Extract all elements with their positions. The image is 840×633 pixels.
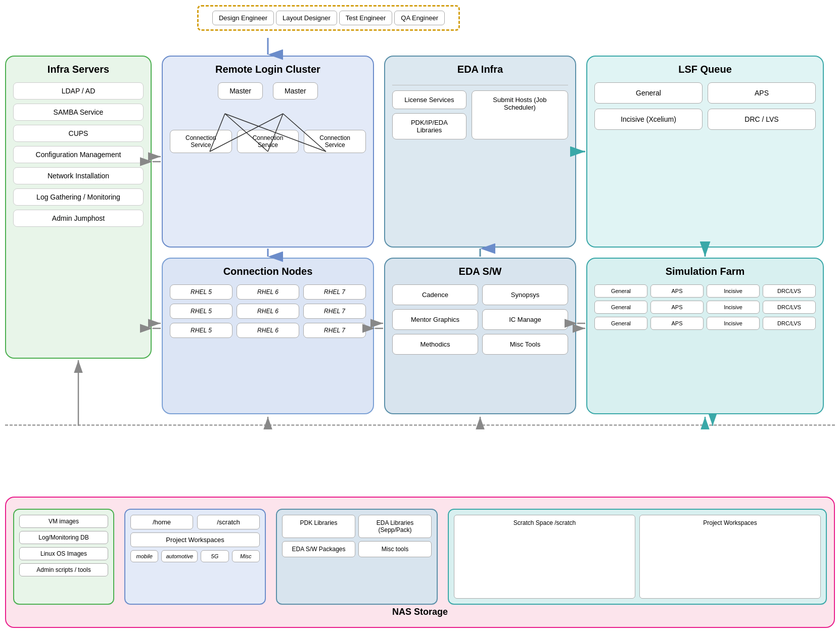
- nas-linux-os: Linux OS Images: [19, 547, 108, 560]
- lsf-queue-title: LSF Queue: [594, 64, 816, 75]
- conn-nodes-title: Connection Nodes: [170, 266, 366, 277]
- eda-sw-misc: Misc Tools: [482, 334, 568, 355]
- nas-project-workspaces: Project Workspaces: [130, 532, 260, 547]
- sim-r2-aps: APS: [650, 317, 704, 330]
- infra-item-config: Configuration Management: [13, 146, 144, 163]
- eda-infra-divider: [392, 82, 568, 85]
- nas-content: VM images Log/Monitoring DB Linux OS Ima…: [13, 509, 827, 605]
- nas-remote-box: /home /scratch Project Workspaces mobile…: [124, 509, 266, 605]
- sim-h-general: General: [594, 284, 647, 298]
- eda-sw-mentor: Mentor Graphics: [392, 309, 478, 330]
- sim-r1-drc: DRC/LVS: [763, 301, 816, 314]
- sim-farm-section: Simulation Farm General APS Incisive DRC…: [586, 258, 824, 414]
- user-card-qa: QA Engineer: [394, 11, 445, 25]
- lsf-incisive: Incisive (Xcelium): [594, 109, 703, 130]
- nas-eda-grid: PDK Libraries EDA Libraries (Sepp/Pack) …: [282, 515, 432, 557]
- node-r1-rhel6: RHEL 6: [237, 284, 299, 300]
- sim-h-drc: DRC/LVS: [763, 284, 816, 298]
- nas-home-row: /home /scratch: [130, 515, 260, 529]
- nas-title: NAS Storage: [13, 607, 827, 617]
- remote-login-section: Remote Login Cluster Master Master Conne…: [162, 56, 374, 248]
- sim-r2-drc: DRC/LVS: [763, 317, 816, 330]
- sim-farm-title: Simulation Farm: [594, 266, 816, 277]
- node-r1-rhel5: RHEL 5: [170, 284, 232, 300]
- nas-admin-scripts: Admin scripts / tools: [19, 563, 108, 576]
- nas-automotive: automotive: [161, 550, 198, 562]
- eda-infra-left: License Services PDK/IP/EDA Libraries: [392, 90, 466, 139]
- eda-sw-grid: Cadence Synopsys Mentor Graphics IC Mana…: [392, 284, 568, 355]
- nas-mobile: mobile: [130, 550, 158, 562]
- eda-license-services: License Services: [392, 90, 466, 109]
- nas-misc: Misc: [232, 550, 260, 562]
- sim-grid-row1: General APS Incisive DRC/LVS: [594, 301, 816, 314]
- conn-nodes-section: Connection Nodes RHEL 5 RHEL 6 RHEL 7 RH…: [162, 258, 374, 414]
- infra-item-cups: CUPS: [13, 125, 144, 142]
- infra-item-network: Network Installation: [13, 167, 144, 184]
- conn-service-2: Connection Service: [237, 130, 299, 153]
- user-card-design: Design Engineer: [212, 11, 274, 25]
- sim-h-aps: APS: [650, 284, 704, 298]
- node-r3-rhel5: RHEL 5: [170, 323, 232, 338]
- user-card-test: Test Engineer: [339, 11, 393, 25]
- eda-pdk-libraries: PDK/IP/EDA Libraries: [392, 113, 466, 139]
- eda-sw-cadence: Cadence: [392, 284, 478, 305]
- nas-home: /home: [130, 515, 193, 529]
- lsf-aps: APS: [708, 82, 816, 104]
- sim-r2-general: General: [594, 317, 647, 330]
- eda-sw-synopsys: Synopsys: [482, 284, 568, 305]
- sim-grid-row2: General APS Incisive DRC/LVS: [594, 317, 816, 330]
- master-box-2: Master: [273, 82, 318, 100]
- sim-r2-incisive: Incisive: [707, 317, 760, 330]
- nas-eda-box: PDK Libraries EDA Libraries (Sepp/Pack) …: [276, 509, 438, 605]
- eda-sw-ic-manage: IC Manage: [482, 309, 568, 330]
- lsf-general: General: [594, 82, 703, 104]
- nodes-grid: RHEL 5 RHEL 6 RHEL 7 RHEL 5 RHEL 6 RHEL …: [170, 284, 366, 338]
- eda-infra-title: EDA Infra: [392, 64, 568, 75]
- sim-r1-incisive: Incisive: [707, 301, 760, 314]
- nas-lsf-box: Scratch Space /scratch Project Workspace…: [448, 509, 827, 605]
- master-row: Master Master: [170, 82, 366, 100]
- node-r3-rhel6: RHEL 6: [237, 323, 299, 338]
- eda-sw-section: EDA S/W Cadence Synopsys Mentor Graphics…: [384, 258, 576, 414]
- eda-infra-section: EDA Infra License Services PDK/IP/EDA Li…: [384, 56, 576, 248]
- lsf-grid: General APS Incisive (Xcelium) DRC / LVS: [594, 82, 816, 130]
- eda-sw-methodics: Methodics: [392, 334, 478, 355]
- lsf-drc: DRC / LVS: [708, 109, 816, 130]
- infra-item-log: Log Gathering / Monitoring: [13, 188, 144, 206]
- nas-eda-sw-pkg: EDA S/W Packages: [282, 541, 355, 557]
- connection-services-row: Connection Service Connection Service Co…: [170, 130, 366, 153]
- nas-proj-workspaces: Project Workspaces: [639, 515, 821, 599]
- user-card-layout: Layout Designer: [276, 11, 337, 25]
- eda-sw-title: EDA S/W: [392, 266, 568, 277]
- dashed-separator: [5, 424, 835, 426]
- conn-service-1: Connection Service: [170, 130, 232, 153]
- sim-r1-aps: APS: [650, 301, 704, 314]
- nas-scratch: /scratch: [197, 515, 260, 529]
- sim-r1-general: General: [594, 301, 647, 314]
- eda-infra-right: Submit Hosts (Job Scheduler): [472, 90, 568, 139]
- nas-eda-lib: EDA Libraries (Sepp/Pack): [358, 515, 432, 538]
- nas-storage-section: VM images Log/Monitoring DB Linux OS Ima…: [5, 497, 835, 628]
- infra-item-samba: SAMBA Service: [13, 104, 144, 121]
- remote-login-title: Remote Login Cluster: [170, 64, 366, 75]
- infra-servers-title: Infra Servers: [13, 64, 144, 75]
- sim-grid-header: General APS Incisive DRC/LVS: [594, 284, 816, 298]
- nas-log-db: Log/Monitoring DB: [19, 531, 108, 544]
- infra-item-admin: Admin Jumphost: [13, 210, 144, 227]
- nas-sub-row: mobile automotive 5G Misc: [130, 550, 260, 562]
- master-box-1: Master: [218, 82, 263, 100]
- nas-misc-tools: Misc tools: [358, 541, 432, 557]
- conn-service-3: Connection Service: [304, 130, 366, 153]
- nas-pdk-lib: PDK Libraries: [282, 515, 355, 538]
- users-box: Design Engineer Layout Designer Test Eng…: [197, 5, 460, 31]
- eda-infra-inner: License Services PDK/IP/EDA Libraries Su…: [392, 90, 568, 139]
- node-r2-rhel6: RHEL 6: [237, 304, 299, 319]
- lsf-queue-section: LSF Queue General APS Incisive (Xcelium)…: [586, 56, 824, 248]
- node-r3-rhel7: RHEL 7: [303, 323, 366, 338]
- sim-h-incisive: Incisive: [707, 284, 760, 298]
- node-r2-rhel5: RHEL 5: [170, 304, 232, 319]
- node-r1-rhel7: RHEL 7: [303, 284, 366, 300]
- infra-servers-section: Infra Servers LDAP / AD SAMBA Service CU…: [5, 56, 152, 359]
- nas-vm-images: VM images: [19, 515, 108, 528]
- infra-item-ldap: LDAP / AD: [13, 82, 144, 100]
